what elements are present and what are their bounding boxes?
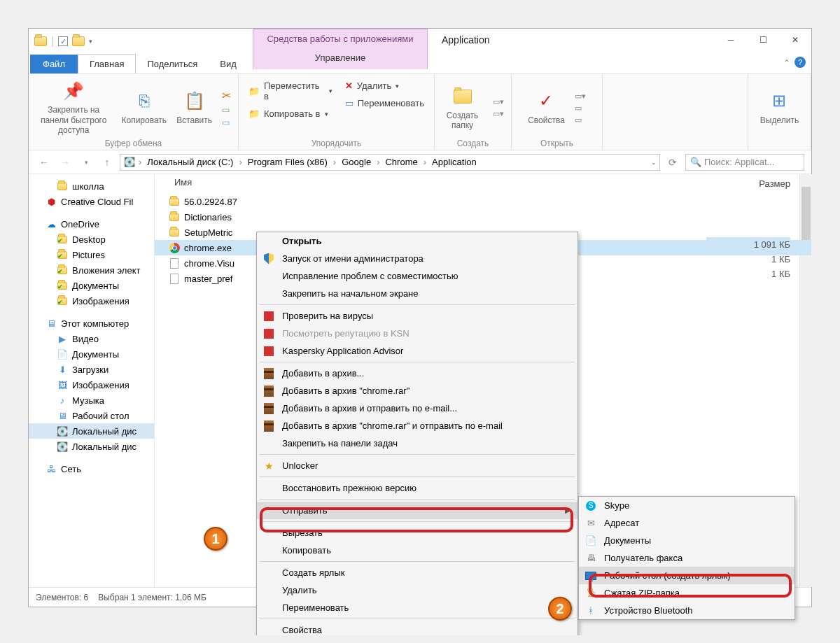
nav-item-label: Видео: [72, 334, 99, 344]
menu-item[interactable]: Переименовать: [257, 599, 578, 616]
menu-item[interactable]: Добавить в архив...: [257, 365, 578, 382]
history-icon[interactable]: ▭: [575, 115, 586, 125]
tab-view[interactable]: Вид: [209, 55, 248, 73]
menu-item[interactable]: Удалить: [257, 581, 578, 599]
nav-item[interactable]: ⬢Creative Cloud Fil: [29, 194, 154, 209]
menu-item[interactable]: Посмотреть репутацию в KSN: [257, 325, 578, 342]
menu-item[interactable]: ✉Адресат: [579, 514, 794, 532]
crumb-2[interactable]: Google: [339, 157, 374, 167]
nav-item[interactable]: ▶Видео: [29, 331, 154, 346]
col-size[interactable]: Размер: [706, 174, 790, 193]
menu-item[interactable]: Открыть: [257, 232, 578, 250]
easy-access-icon[interactable]: ▭▾: [493, 109, 504, 118]
copy-to-button[interactable]: 📁Копировать в ▾: [246, 106, 335, 121]
menu-item[interactable]: Добавить в архив и отправить по e-mail..…: [257, 400, 578, 417]
menu-item[interactable]: Закрепить на панели задач: [257, 434, 578, 452]
nav-item[interactable]: ✔Изображения: [29, 293, 154, 309]
nav-item[interactable]: ♪Музыка: [29, 393, 154, 408]
pin-button[interactable]: 📌Закрепить на панели быстрого доступа: [36, 80, 112, 135]
collapse-ribbon-icon[interactable]: ⌃: [783, 58, 790, 68]
qat-checkbox-icon[interactable]: ✓: [58, 36, 68, 46]
qat-dropdown-icon[interactable]: ▾: [89, 38, 92, 45]
nav-item[interactable]: 🖥Этот компьютер: [29, 316, 154, 331]
addr-dropdown-icon[interactable]: ⌄: [651, 159, 657, 166]
properties-button[interactable]: ✓Свойства: [528, 90, 565, 125]
copy-path-icon[interactable]: ▭: [222, 105, 231, 115]
menu-item[interactable]: Проверить на вирусы: [257, 307, 578, 325]
menu-item[interactable]: Свойства: [257, 621, 578, 635]
nav-item[interactable]: 💽Локальный дис: [29, 439, 154, 454]
menu-item[interactable]: Запуск от имени администратора: [257, 250, 578, 267]
open-icon[interactable]: ▭▾: [575, 92, 586, 101]
menu-item[interactable]: Рабочий стол (создать ярлык): [579, 567, 794, 584]
delete-button[interactable]: ✕Удалить ▾: [342, 78, 427, 93]
ribbon-tabs: Файл Главная Поделиться Вид ⌃ ?: [29, 54, 811, 73]
new-folder-button[interactable]: Создать папку: [442, 85, 483, 131]
minimize-button[interactable]: ─: [715, 29, 747, 51]
new-item-icon[interactable]: ▭▾: [493, 97, 504, 106]
refresh-button[interactable]: ⟳: [664, 154, 681, 171]
move-icon: 📁: [248, 86, 260, 97]
menu-item[interactable]: Добавить в архив "chrome.rar" и отправит…: [257, 417, 578, 434]
crumb-sep[interactable]: ›: [139, 157, 141, 167]
nav-item[interactable]: школла: [29, 178, 154, 194]
nav-item[interactable]: ✔Вложения элект: [29, 262, 154, 278]
cut-icon[interactable]: ✂: [222, 89, 231, 102]
paste-button[interactable]: 📋Вставить: [176, 90, 212, 125]
nav-item[interactable]: 🖧Сеть: [29, 461, 154, 476]
rename-button[interactable]: ▭Переименовать: [342, 96, 427, 111]
paste-shortcut-icon[interactable]: ▭: [222, 118, 231, 127]
menu-item[interactable]: SSkype: [579, 497, 794, 514]
menu-item[interactable]: Добавить в архив "chrome.rar": [257, 382, 578, 400]
recent-button[interactable]: ▾: [78, 154, 94, 171]
back-button[interactable]: ←: [36, 154, 52, 171]
menu-item[interactable]: 📄Документы: [579, 532, 794, 549]
qat-folder-icon[interactable]: [72, 35, 85, 48]
maximize-button[interactable]: ☐: [747, 29, 779, 51]
address-bar[interactable]: 💽 › Локальный диск (C:)› Program Files (…: [120, 154, 660, 171]
tab-file[interactable]: Файл: [30, 55, 78, 73]
copy-button[interactable]: ⎘Копировать: [122, 90, 167, 125]
crumb-4[interactable]: Application: [429, 157, 479, 167]
menu-item[interactable]: ᚼУстройство Bluetooth: [579, 602, 794, 619]
menu-item[interactable]: Создать ярлык: [257, 564, 578, 581]
nav-item[interactable]: 🖥Рабочий стол: [29, 408, 154, 423]
nav-item[interactable]: ⬇Загрузки: [29, 362, 154, 377]
col-name[interactable]: Имя: [169, 174, 197, 194]
nav-item[interactable]: ✔Pictures: [29, 247, 154, 262]
menu-item-icon: [262, 345, 275, 358]
crumb-3[interactable]: Chrome: [382, 157, 420, 167]
forward-button[interactable]: →: [57, 154, 74, 171]
menu-item[interactable]: Вырезать: [257, 524, 578, 542]
search-input[interactable]: 🔍 Поиск: Applicat...: [685, 154, 804, 171]
nav-item[interactable]: ✔Desktop: [29, 232, 154, 247]
help-icon[interactable]: ?: [794, 57, 806, 68]
nav-item-icon: ✔: [57, 249, 68, 260]
tab-share[interactable]: Поделиться: [136, 55, 209, 73]
nav-item-label: Изображения: [72, 296, 130, 306]
nav-item[interactable]: 🖼Изображения: [29, 377, 154, 393]
select-button[interactable]: ⊞Выделить: [760, 90, 799, 125]
crumb-0[interactable]: Локальный диск (C:): [144, 157, 236, 167]
menu-item[interactable]: Восстановить прежнюю версию: [257, 479, 578, 497]
close-button[interactable]: ✕: [779, 29, 811, 51]
menu-item[interactable]: Закрепить на начальном экране: [257, 285, 578, 302]
nav-item[interactable]: 💽Локальный дис: [29, 423, 154, 439]
move-to-button[interactable]: 📁Переместить в ▾: [246, 78, 335, 104]
menu-item[interactable]: Kaspersky Application Advisor: [257, 342, 578, 360]
nav-item[interactable]: ✔Документы: [29, 278, 154, 293]
up-button[interactable]: ↑: [99, 154, 115, 171]
menu-item[interactable]: Исправление проблем с совместимостью: [257, 267, 578, 285]
menu-item-label: Копировать: [282, 545, 331, 556]
menu-item[interactable]: 🖶Получатель факса: [579, 549, 794, 567]
crumb-1[interactable]: Program Files (x86): [245, 157, 330, 167]
menu-item-icon: ✉: [584, 517, 597, 530]
menu-item[interactable]: 🗜Сжатая ZIP-папка: [579, 584, 794, 602]
edit-icon[interactable]: ▭: [575, 104, 586, 113]
menu-item[interactable]: Копировать: [257, 542, 578, 559]
nav-item[interactable]: 📄Документы: [29, 346, 154, 362]
menu-item[interactable]: ★Unlocker: [257, 457, 578, 474]
nav-item[interactable]: ☁OneDrive: [29, 216, 154, 232]
tab-home[interactable]: Главная: [78, 54, 136, 73]
menu-item[interactable]: Отправить▶: [257, 502, 578, 519]
